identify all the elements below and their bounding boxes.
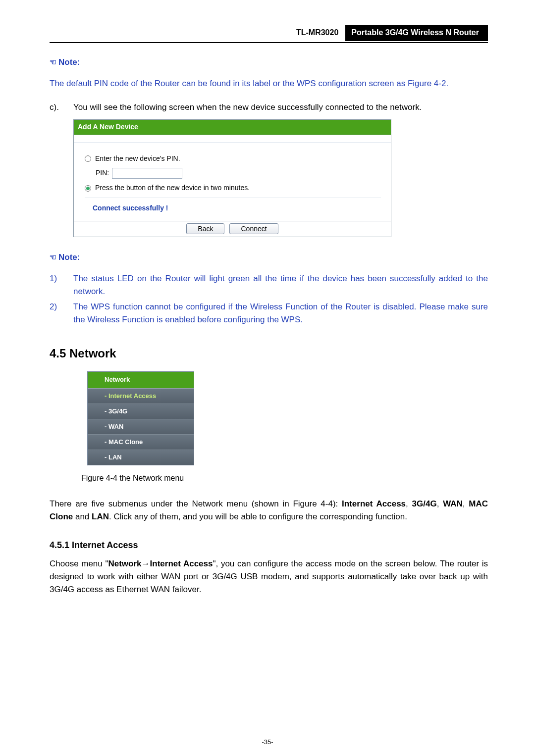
connect-button[interactable]: Connect — [229, 223, 278, 234]
add-device-panel: Add A New Device Enter the new device's … — [73, 119, 391, 237]
radio-press-button-label: Press the button of the new device in tw… — [95, 183, 250, 194]
subsection-heading-internet-access: 4.5.1 Internet Access — [50, 539, 488, 553]
header-model: TL-MR3020 — [291, 25, 345, 41]
note-item-number: 2) — [50, 301, 73, 327]
menu-item-wan[interactable]: - WAN — [88, 419, 194, 435]
network-menu: Network - Internet Access - 3G/4G - WAN … — [87, 371, 194, 465]
note-item-number: 1) — [50, 272, 73, 299]
pin-label: PIN: — [96, 168, 109, 179]
network-menu-header: Network — [88, 372, 194, 388]
note-2-heading: ☞Note: — [50, 251, 488, 264]
submenu-paragraph: There are five submenus under the Networ… — [50, 498, 488, 524]
header-subtitle: Portable 3G/4G Wireless N Router — [345, 25, 488, 41]
note-1-heading: ☞Note: — [50, 56, 488, 69]
list-text-c: You will see the following screen when t… — [73, 101, 488, 114]
list-label-c: c). — [50, 101, 73, 114]
internet-access-paragraph: Choose menu "Network→Internet Access", y… — [50, 557, 488, 597]
add-device-title: Add A New Device — [74, 120, 391, 135]
menu-item-mac-clone[interactable]: - MAC Clone — [88, 435, 194, 450]
note-2-item-1: 1) The status LED on the Router will lig… — [50, 272, 488, 299]
radio-enter-pin-label: Enter the new device's PIN. — [95, 153, 180, 164]
hand-icon: ☞ — [50, 252, 56, 264]
radio-press-button[interactable]: Press the button of the new device in tw… — [85, 183, 381, 194]
note-item-text: The status LED on the Router will light … — [73, 272, 488, 299]
pin-input[interactable] — [112, 168, 182, 179]
page-header: TL-MR3020 Portable 3G/4G Wireless N Rout… — [50, 25, 488, 43]
hand-icon: ☞ — [50, 56, 56, 69]
back-button[interactable]: Back — [186, 223, 224, 234]
note-item-text: The WPS function cannot be configured if… — [73, 301, 488, 327]
connect-success-text: Connect successfully ! — [85, 198, 381, 217]
radio-icon[interactable] — [85, 185, 91, 192]
note-1-body: The default PIN code of the Router can b… — [50, 77, 488, 90]
radio-icon[interactable] — [85, 155, 91, 162]
menu-item-internet-access[interactable]: - Internet Access — [88, 389, 194, 404]
menu-item-lan[interactable]: - LAN — [88, 450, 194, 465]
page-number: -35- — [262, 737, 273, 747]
menu-item-3g4g[interactable]: - 3G/4G — [88, 404, 194, 419]
note-2-item-2: 2) The WPS function cannot be configured… — [50, 301, 488, 327]
section-heading-network: 4.5 Network — [50, 344, 488, 362]
list-item-c: c). You will see the following screen wh… — [50, 101, 488, 114]
figure-caption: Figure 4-4 the Network menu — [81, 472, 488, 485]
radio-enter-pin[interactable]: Enter the new device's PIN. — [85, 153, 381, 164]
